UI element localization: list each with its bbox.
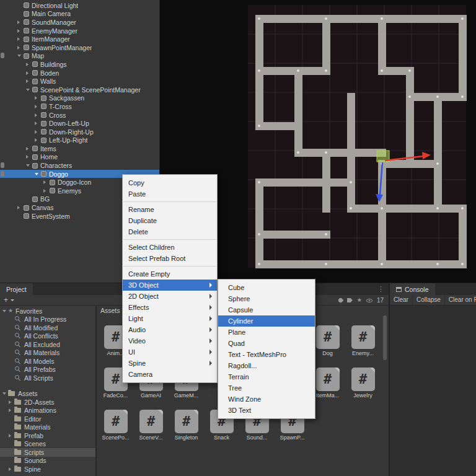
disclosure-arrow-icon[interactable] xyxy=(9,400,14,404)
disclosure-arrow-icon[interactable] xyxy=(35,173,41,175)
submenu-item-quad[interactable]: Quad xyxy=(218,338,315,349)
menu-item-copy[interactable]: Copy xyxy=(123,177,217,188)
submenu-item-plane[interactable]: Plane xyxy=(218,327,315,338)
hierarchy-item-spawnpointmanager[interactable]: SpawnPointManager xyxy=(0,43,160,52)
disclosure-arrow-icon[interactable] xyxy=(17,20,24,24)
submenu-item-terrain[interactable]: Terrain xyxy=(218,371,315,382)
menu-item-duplicate[interactable]: Duplicate xyxy=(123,215,217,226)
menu-item-select-prefab-root[interactable]: Select Prefab Root xyxy=(123,253,217,264)
disclosure-arrow-icon[interactable] xyxy=(17,206,24,209)
disclosure-arrow-icon[interactable] xyxy=(26,71,32,75)
disclosure-arrow-icon[interactable] xyxy=(26,63,32,66)
submenu-item-cylinder[interactable]: Cylinder xyxy=(218,315,315,327)
console-clear-button[interactable]: Clear xyxy=(390,295,413,305)
panel-menu-icon[interactable]: ⋮ xyxy=(377,285,384,293)
submenu-item-capsule[interactable]: Capsule xyxy=(218,304,315,315)
disclosure-arrow-icon[interactable] xyxy=(9,467,14,471)
menu-item-camera[interactable]: Camera xyxy=(123,369,217,380)
tree-item-sounds[interactable]: Sounds xyxy=(0,457,96,465)
visibility-toggle-icon[interactable] xyxy=(1,162,4,168)
submenu-item-sphere[interactable]: Sphere xyxy=(218,293,315,304)
hierarchy-item-soundmanager[interactable]: SoundManager xyxy=(0,18,160,27)
hierarchy-item-map[interactable]: Map xyxy=(0,52,160,61)
disclosure-arrow-icon[interactable] xyxy=(43,180,50,184)
star-icon[interactable]: ★ xyxy=(357,298,362,303)
submenu-item-ragdoll[interactable]: Ragdoll... xyxy=(218,360,315,371)
disclosure-arrow-icon[interactable] xyxy=(2,310,8,312)
tag-icon[interactable] xyxy=(347,298,353,302)
hierarchy-item-walls[interactable]: Walls xyxy=(0,77,160,86)
disclosure-arrow-icon[interactable] xyxy=(35,96,41,100)
hierarchy-item-items[interactable]: Items xyxy=(0,144,160,153)
tree-item-spine[interactable]: Spine xyxy=(0,465,96,474)
tree-item-scenes[interactable]: Scenes xyxy=(0,440,96,449)
hierarchy-item-boden[interactable]: Boden xyxy=(0,69,160,77)
disclosure-arrow-icon[interactable] xyxy=(43,189,50,193)
droplet-icon[interactable] xyxy=(337,298,343,304)
tree-item-assets-root[interactable]: Assets xyxy=(0,390,96,399)
disclosure-arrow-icon[interactable] xyxy=(26,79,32,83)
menu-item-2d-object[interactable]: 2D Object xyxy=(123,291,217,302)
eye-icon[interactable] xyxy=(366,299,372,302)
disclosure-arrow-icon[interactable] xyxy=(9,408,14,412)
visibility-toggle-icon[interactable] xyxy=(1,53,4,58)
tree-item-all-in-progress[interactable]: All In Progress xyxy=(0,315,96,324)
hierarchy-item-t-cross[interactable]: T-Cross xyxy=(0,102,160,111)
hierarchy-item-cross[interactable]: Cross xyxy=(0,111,160,120)
disclosure-arrow-icon[interactable] xyxy=(9,434,14,438)
tree-item-all-excluded[interactable]: All Excluded xyxy=(0,340,96,349)
hierarchy-item-itemmanager[interactable]: ItemManager xyxy=(0,35,160,43)
hierarchy-item-down-right-up[interactable]: Down-Right-Up xyxy=(0,128,160,136)
hierarchy-item-buildings[interactable]: Buildings xyxy=(0,60,160,69)
disclosure-arrow-icon[interactable] xyxy=(35,113,41,117)
disclosure-arrow-icon[interactable] xyxy=(35,121,41,125)
hierarchy-item-characters[interactable]: Characters xyxy=(0,161,160,170)
tree-item-editor[interactable]: Editor xyxy=(0,415,96,423)
visibility-toggle-icon[interactable] xyxy=(1,171,4,177)
console-collapse-button[interactable]: Collapse xyxy=(413,295,445,305)
panel-divider[interactable] xyxy=(389,283,390,476)
disclosure-arrow-icon[interactable] xyxy=(26,89,32,91)
menu-item-paste[interactable]: Paste xyxy=(123,188,217,200)
disclosure-arrow-icon[interactable] xyxy=(26,155,32,159)
submenu-item-tree[interactable]: Tree xyxy=(218,382,315,394)
disclosure-arrow-icon[interactable] xyxy=(26,164,32,167)
create-asset-button[interactable]: + xyxy=(4,296,14,305)
tree-item-all-models[interactable]: All Models xyxy=(0,357,96,366)
disclosure-arrow-icon[interactable] xyxy=(17,37,24,41)
submenu-item-wind-zone[interactable]: Wind Zone xyxy=(218,394,315,405)
tree-item-all-modified[interactable]: All Modified xyxy=(0,324,96,332)
tree-item-all-prefabs[interactable]: All Prefabs xyxy=(0,366,96,374)
asset-tile-jewelry[interactable]: Jewelry xyxy=(345,368,381,399)
menu-item-delete[interactable]: Delete xyxy=(123,226,217,237)
hierarchy-item-home[interactable]: Home xyxy=(0,153,160,162)
menu-item-3d-object[interactable]: 3D Object xyxy=(123,280,217,291)
tree-item-scripts[interactable]: Scripts xyxy=(0,448,96,457)
disclosure-arrow-icon[interactable] xyxy=(17,55,24,57)
hierarchy-item-down-left-up[interactable]: Down-Left-Up xyxy=(0,119,160,128)
hierarchy-item-scenepoint-manager[interactable]: ScenePoint & ScenePointManager xyxy=(0,86,160,94)
tree-item-all-scripts[interactable]: All Scripts xyxy=(0,374,96,382)
hierarchy-item-directional-light[interactable]: Directional Light xyxy=(0,1,160,10)
tree-item-animations[interactable]: Animations xyxy=(0,407,96,415)
asset-tile-scenev[interactable]: SceneV... xyxy=(133,410,169,441)
asset-tile-scenepo[interactable]: ScenePo... xyxy=(98,410,133,441)
tab-console[interactable]: Console xyxy=(390,283,435,296)
menu-item-effects[interactable]: Effects xyxy=(123,302,217,313)
asset-tile-enemy[interactable]: Enemy... xyxy=(345,325,381,356)
disclosure-arrow-icon[interactable] xyxy=(2,392,8,395)
disclosure-arrow-icon[interactable] xyxy=(26,147,32,151)
tree-item-all-conflicts[interactable]: All Conflicts xyxy=(0,332,96,341)
submenu-item-cube[interactable]: Cube xyxy=(218,282,315,293)
hierarchy-item-enemymanager[interactable]: EnemyManager xyxy=(0,27,160,35)
grid-scrollbar[interactable] xyxy=(383,315,387,360)
menu-item-spine[interactable]: Spine xyxy=(123,358,217,369)
asset-tile-singleton[interactable]: Singleton xyxy=(169,410,204,441)
hierarchy-item-left-up-right[interactable]: Left-Up-Right xyxy=(0,136,160,145)
hierarchy-item-main-camera[interactable]: Main Camera xyxy=(0,10,160,19)
tree-item-all-materials[interactable]: All Materials xyxy=(0,349,96,358)
console-log-area[interactable] xyxy=(390,306,476,476)
tree-item-2d-assets[interactable]: 2D-Assets xyxy=(0,398,96,407)
disclosure-arrow-icon[interactable] xyxy=(35,105,41,108)
menu-item-video[interactable]: Video xyxy=(123,335,217,346)
